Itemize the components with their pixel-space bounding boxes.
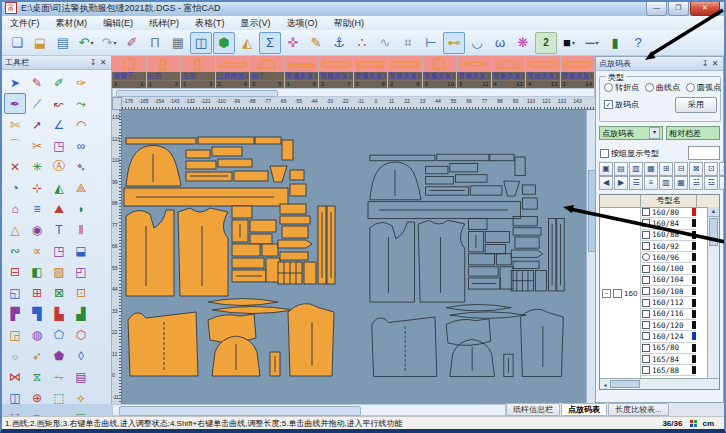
menu-item[interactable]: 显示(V) <box>233 17 279 30</box>
pattern-piece-cell[interactable]: 警服类复1214 <box>561 56 595 88</box>
design-tool-icon[interactable]: ➤ <box>4 72 26 93</box>
design-tool-icon[interactable]: ▛ <box>4 303 26 324</box>
marker-cluster-outline[interactable] <box>368 154 564 376</box>
angle-tool-icon[interactable]: ◭ <box>236 32 258 54</box>
design-tool-icon[interactable]: ✐ <box>48 72 70 93</box>
design-tool-icon[interactable]: ◫ <box>4 387 26 408</box>
size-row[interactable]: 160/84 <box>640 218 696 229</box>
offset-mode-select[interactable]: 相对档差 <box>666 126 720 140</box>
table-horizontal-scrollbar[interactable]: ◂ <box>600 378 719 389</box>
menu-item[interactable]: 素材(M) <box>48 17 96 30</box>
type-radio[interactable]: 曲线点 <box>645 82 680 93</box>
design-tool-icon[interactable]: ⊡ <box>70 282 92 303</box>
size-row[interactable]: 160/100 <box>640 263 696 274</box>
size-checkbox[interactable] <box>642 219 650 227</box>
pattern-piece-cell[interactable]: 警服类复116 <box>285 56 319 88</box>
curve-w-icon[interactable]: ω <box>489 32 511 54</box>
close-button[interactable]: ✕ <box>690 1 720 16</box>
design-tool-icon[interactable]: ⟋ <box>26 93 48 114</box>
frame-tool-icon[interactable]: ⌗ <box>397 32 419 54</box>
design-tool-icon[interactable]: ≡ <box>26 198 48 219</box>
table-mode-select[interactable]: 点放码表 ▾ <box>599 126 663 140</box>
scrollbar-thumb[interactable] <box>709 218 718 246</box>
design-tool-icon[interactable]: ▙ <box>48 303 70 324</box>
panel-tool-icon[interactable]: ▤ <box>614 162 628 176</box>
size-row[interactable]: 160/108 <box>640 286 696 297</box>
panel-tool-icon[interactable]: ☱ <box>689 176 703 190</box>
panel-tool-icon[interactable]: ☲ <box>704 176 718 190</box>
size-row[interactable]: 165/80 <box>640 343 696 354</box>
size-row[interactable]: 160/124 <box>640 331 696 342</box>
size-row[interactable]: 160/116 <box>640 309 696 320</box>
design-tool-icon[interactable]: ⬡ <box>70 324 92 345</box>
design-tool-icon[interactable]: ◱ <box>4 282 26 303</box>
pattern-piece-cell[interactable]: 警服类复1413 <box>526 56 560 88</box>
curve-u-icon[interactable]: ◡ <box>466 32 488 54</box>
design-tool-icon[interactable]: ◰ <box>70 261 92 282</box>
design-tool-icon[interactable]: ◭ <box>48 177 70 198</box>
group-display-checkbox[interactable] <box>600 149 609 158</box>
pattern-bar-scrollbar[interactable] <box>112 88 595 97</box>
pin-icon[interactable]: ↧ <box>700 59 710 68</box>
design-tool-icon[interactable]: ✒ <box>4 93 26 114</box>
design-tool-icon[interactable]: ∠ <box>48 114 70 135</box>
size-checkbox[interactable] <box>642 231 650 239</box>
design-tool-icon[interactable]: Ⓐ <box>48 156 70 177</box>
apply-button[interactable]: 采用 <box>675 97 717 113</box>
design-tool-icon[interactable]: ⊠ <box>48 282 70 303</box>
open-file-icon[interactable]: ⬓ <box>29 32 51 54</box>
design-tool-icon[interactable]: ⟡ <box>70 387 92 408</box>
design-tool-icon[interactable]: ✑ <box>70 72 92 93</box>
design-tool-icon[interactable]: ➚ <box>26 114 48 135</box>
size-checkbox[interactable] <box>642 321 650 329</box>
measure-length-icon[interactable]: ⊢ <box>420 32 442 54</box>
design-tool-icon[interactable]: ◠ <box>70 114 92 135</box>
pattern-piece-cell[interactable]: 后背下11 <box>112 56 146 88</box>
pattern-piece-cell[interactable]: 警服类复128 <box>354 56 388 88</box>
color-wheel-icon[interactable]: ❋ <box>512 32 534 54</box>
chevron-down-icon[interactable]: ▾ <box>572 39 575 46</box>
canvas-horizontal-scrollbar[interactable] <box>112 404 506 416</box>
design-tool-icon[interactable]: ⥊ <box>48 366 70 387</box>
pattern-piece-cell[interactable]: 警服类复1412 <box>492 56 526 88</box>
chevron-down-icon[interactable]: ▾ <box>596 39 599 46</box>
bottom-tab[interactable]: 纸样信息栏 <box>506 403 560 416</box>
save-icon[interactable]: ▤ <box>52 32 74 54</box>
size-checkbox[interactable] <box>642 344 650 352</box>
design-tool-icon[interactable]: ⊞ <box>26 282 48 303</box>
menu-item[interactable]: 纸样(P) <box>141 17 187 30</box>
paintbrush-icon[interactable]: ✎ <box>305 32 327 54</box>
redo-icon[interactable]: ↷▾ <box>98 32 120 54</box>
new-document-icon[interactable]: ❏ <box>6 32 28 54</box>
panel-tool-icon[interactable]: ▣ <box>599 162 613 176</box>
design-tool-icon[interactable]: ⟁ <box>70 177 92 198</box>
design-tool-icon[interactable]: ▨ <box>48 261 70 282</box>
curve-chart-icon[interactable]: ∿ <box>374 32 396 54</box>
pattern-piece-cell[interactable]: 袖子25 <box>250 56 284 88</box>
size-checkbox[interactable] <box>642 276 650 284</box>
menu-item[interactable]: 帮助(H) <box>326 17 373 30</box>
pattern-canvas[interactable] <box>122 110 595 404</box>
design-tool-icon[interactable]: ▤ <box>70 366 92 387</box>
design-tool-icon[interactable]: ➴ <box>70 156 92 177</box>
size-row[interactable]: 160/120 <box>640 320 696 331</box>
panel-tool-icon[interactable]: ▦ <box>674 176 688 190</box>
panel-tool-icon[interactable]: ☰ <box>629 176 643 190</box>
panel-tool-icon[interactable]: ◀ <box>599 176 613 190</box>
size-row[interactable]: 160/80 <box>640 207 696 218</box>
design-tool-icon[interactable]: ◍ <box>26 324 48 345</box>
scrollbar-thumb[interactable] <box>588 170 595 252</box>
size-checkbox[interactable] <box>642 366 650 374</box>
point-chart-icon[interactable]: ∴ <box>351 32 373 54</box>
menu-item[interactable]: 选项(O) <box>279 17 326 30</box>
grade-point-checkbox[interactable]: ✓ <box>604 100 613 109</box>
line-style-icon[interactable]: ─▾ <box>581 32 603 54</box>
panel-tool-icon[interactable]: ⊠ <box>689 162 703 176</box>
size-checkbox[interactable] <box>642 287 650 295</box>
scroll-up-icon[interactable]: ▲ <box>708 207 719 217</box>
close-icon[interactable]: ✕ <box>710 59 720 68</box>
size-checkbox[interactable] <box>642 242 650 250</box>
design-tool-icon[interactable]: ▜ <box>26 303 48 324</box>
table-vertical-scrollbar[interactable]: ▲ <box>707 207 719 379</box>
design-tool-icon[interactable]: ⌂ <box>4 198 26 219</box>
